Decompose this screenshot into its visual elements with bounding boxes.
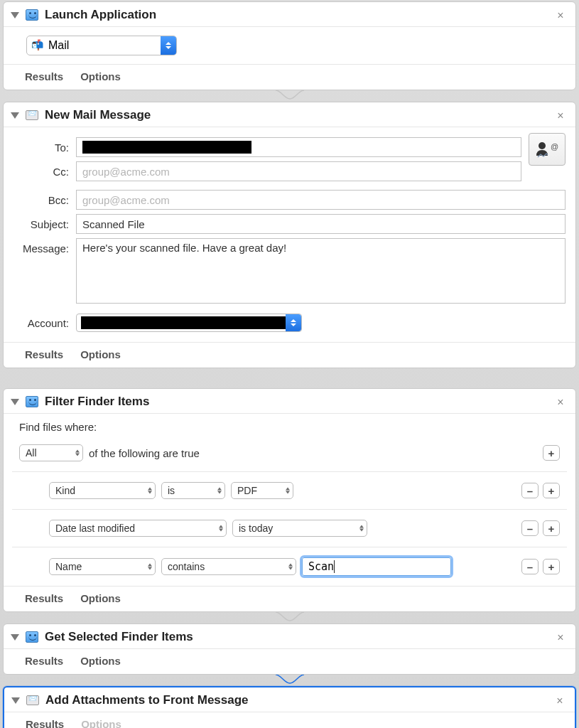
redacted-value [82, 141, 251, 154]
rule-operator-select[interactable]: is [161, 482, 225, 499]
close-icon[interactable]: × [554, 109, 567, 122]
add-rule-button[interactable]: + [543, 445, 560, 461]
finder-app-icon [25, 630, 39, 644]
to-field[interactable] [76, 137, 521, 157]
filter-rule: Name contains Scan – + [19, 555, 560, 579]
close-icon[interactable]: × [554, 9, 567, 22]
action-title: Launch Application [45, 8, 156, 22]
action-title: New Mail Message [45, 108, 151, 122]
options-tab[interactable]: Options [80, 348, 121, 360]
select-stepper-icon [359, 525, 364, 532]
results-tab[interactable]: Results [25, 348, 63, 360]
new-mail-message-action: New Mail Message × To: Cc: @ [3, 102, 576, 368]
results-tab[interactable]: Results [25, 655, 63, 667]
add-attachments-action: Add Attachments to Front Message × Resul… [3, 686, 576, 728]
select-stepper-icon [148, 488, 152, 494]
flow-connector-icon [0, 90, 579, 102]
launch-application-action: Launch Application × 📬 Mail Results Opti… [3, 1, 576, 90]
action-footer: Results Options [4, 712, 575, 728]
finder-app-icon [25, 395, 39, 409]
action-title: Add Attachments to Front Message [45, 693, 249, 707]
rule-operator-value: contains [168, 561, 205, 572]
action-title: Filter Finder Items [45, 395, 149, 409]
disclosure-triangle-icon[interactable] [11, 112, 19, 119]
results-tab[interactable]: Results [25, 70, 63, 82]
flow-connector-icon [0, 675, 579, 686]
disclosure-triangle-icon[interactable] [11, 697, 20, 704]
options-tab[interactable]: Options [80, 592, 121, 604]
select-stepper-icon [286, 314, 301, 331]
subject-label: Subject: [13, 218, 76, 230]
select-stepper-icon [219, 525, 223, 532]
rule-attribute-value: Kind [55, 485, 75, 496]
add-rule-button[interactable]: + [543, 559, 560, 574]
action-footer: Results Options [4, 586, 575, 611]
close-icon[interactable]: × [554, 631, 567, 644]
close-icon[interactable]: × [554, 396, 567, 409]
disclosure-triangle-icon[interactable] [11, 634, 19, 641]
select-stepper-icon [217, 488, 222, 494]
rule-text-value: Scan [308, 560, 335, 573]
select-stepper-icon [148, 564, 152, 570]
select-stepper-icon [161, 36, 176, 55]
select-stepper-icon [286, 488, 290, 494]
subject-field[interactable] [76, 214, 566, 234]
rule-value-select[interactable]: PDF [231, 482, 293, 499]
rule-attribute-value: Date last modified [55, 523, 135, 534]
redacted-value [81, 316, 294, 329]
rule-text-input[interactable]: Scan [302, 557, 451, 576]
rule-operator-select[interactable]: contains [161, 558, 296, 575]
to-label: To: [13, 141, 76, 154]
select-stepper-icon [288, 564, 293, 570]
rule-attribute-select[interactable]: Name [49, 558, 156, 575]
message-field[interactable] [76, 238, 566, 304]
message-label: Message: [13, 238, 76, 255]
cc-field[interactable] [76, 161, 521, 181]
disclosure-triangle-icon[interactable] [11, 12, 19, 18]
options-tab[interactable]: Options [80, 70, 121, 82]
disclosure-triangle-icon[interactable] [11, 399, 19, 405]
bcc-field[interactable] [76, 190, 566, 210]
rule-attribute-select[interactable]: Kind [49, 482, 156, 499]
options-tab[interactable]: Options [80, 655, 121, 667]
rule-attribute-value: Name [55, 561, 82, 572]
get-selected-finder-items-action: Get Selected Finder Items × Results Opti… [3, 623, 576, 675]
contacts-picker-button[interactable]: @ [529, 133, 566, 166]
rule-value: PDF [237, 485, 257, 496]
application-select-value: Mail [48, 39, 69, 52]
account-label: Account: [13, 317, 76, 329]
remove-rule-button[interactable]: – [521, 520, 539, 536]
match-mode-value: All [26, 447, 37, 459]
contacts-icon: @ [535, 140, 559, 159]
match-suffix: of the following are true [89, 447, 200, 459]
flow-connector-icon [0, 612, 579, 623]
rule-operator-select[interactable]: is today [232, 520, 367, 537]
finder-app-icon [25, 8, 39, 22]
bcc-label: Bcc: [13, 194, 76, 206]
svg-point-0 [539, 142, 546, 149]
remove-rule-button[interactable]: – [521, 483, 539, 498]
results-tab[interactable]: Results [25, 592, 63, 604]
rule-operator-value: is [168, 485, 175, 496]
mail-script-icon [26, 693, 40, 707]
account-select[interactable] [76, 314, 302, 332]
filter-rule: Kind is PDF – + [19, 479, 560, 502]
rule-attribute-select[interactable]: Date last modified [49, 520, 227, 537]
select-stepper-icon [75, 450, 80, 456]
cc-label: Cc: [13, 166, 76, 178]
application-select[interactable]: 📬 Mail [26, 36, 177, 55]
rule-operator-value: is today [239, 523, 273, 534]
options-tab: Options [81, 718, 121, 728]
close-icon[interactable]: × [553, 695, 566, 707]
mail-app-icon: 📬 [31, 39, 44, 52]
filter-rule: Date last modified is today – + [19, 517, 560, 540]
remove-rule-button[interactable]: – [521, 559, 539, 574]
results-tab[interactable]: Results [26, 718, 64, 728]
add-rule-button[interactable]: + [543, 520, 560, 536]
match-mode-select[interactable]: All [19, 444, 83, 461]
add-rule-button[interactable]: + [543, 483, 560, 498]
filter-prompt: Find files where: [19, 421, 560, 433]
svg-text:@: @ [551, 142, 558, 151]
filter-finder-items-action: Filter Finder Items × Find files where: … [3, 388, 576, 612]
action-footer: Results Options [4, 648, 575, 674]
